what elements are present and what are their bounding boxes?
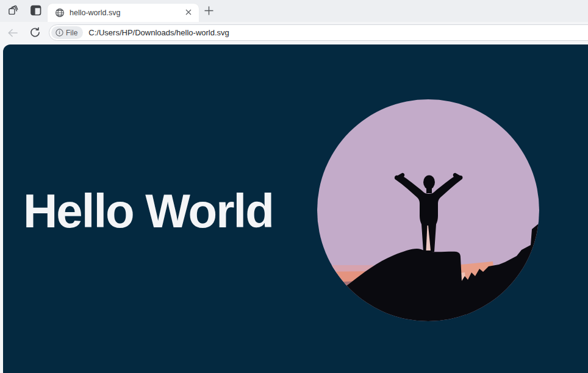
vertical-tabs-button[interactable] [29,4,43,18]
viewport-gutter: Hello World [0,44,588,373]
person-head [423,176,435,190]
back-button[interactable] [5,26,20,41]
tab-strip: hello-world.svg [0,0,588,22]
page-heading: Hello World [23,187,273,235]
globe-icon [55,8,65,18]
page-content: Hello World [3,44,588,373]
address-bar[interactable]: File C:/Users/HP/Downloads/hello-world.s… [49,24,588,41]
badge-label: File [66,29,77,37]
browser-tab[interactable]: hello-world.svg [48,4,199,22]
refresh-button[interactable] [27,26,42,41]
close-icon [185,9,192,18]
info-icon [56,29,63,37]
workspaces-icon [7,4,19,18]
plus-icon [204,5,214,18]
browser-toolbar: File C:/Users/HP/Downloads/hello-world.s… [0,22,588,44]
workspaces-button[interactable] [5,4,20,18]
tab-close-button[interactable] [183,7,194,18]
site-info-badge[interactable]: File [51,26,83,39]
browser-window: hello-world.svg [0,0,588,373]
vertical-tabs-icon [30,5,41,18]
url-text: C:/Users/HP/Downloads/hello-world.svg [88,28,229,37]
new-tab-button[interactable] [203,5,215,18]
tab-title: hello-world.svg [70,9,183,17]
arrow-left-icon [7,27,19,41]
hero-illustration [317,99,539,321]
refresh-icon [29,27,41,40]
sunset-silhouette-image [317,99,539,321]
